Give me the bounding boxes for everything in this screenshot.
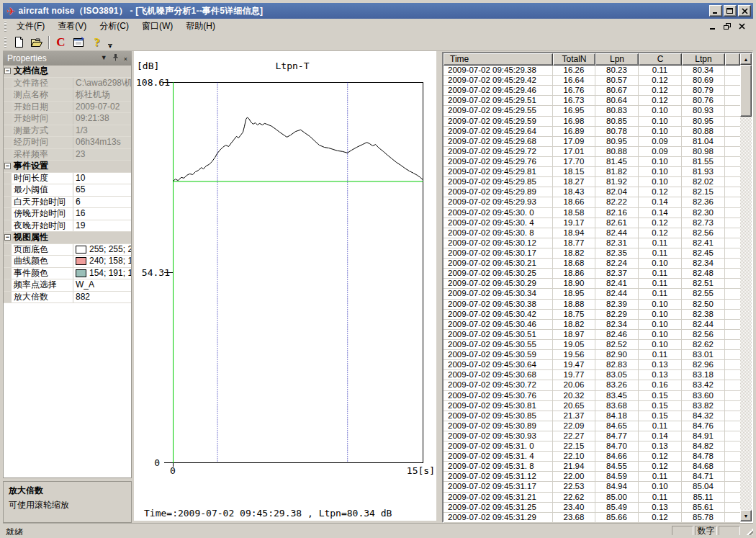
table-row[interactable]: 2009-07-02 09:45:31.25 23.40 85.49 0.13 …	[444, 503, 740, 513]
menu-item[interactable]: 帮助(H)	[179, 19, 222, 34]
property-row[interactable]: − 视图属性	[4, 232, 131, 244]
help-button[interactable]: ?	[89, 35, 105, 50]
menu-item[interactable]: 文件(F)	[10, 19, 51, 34]
table-row[interactable]: 2009-07-02 09:45:29.38 16.26 80.23 0.11 …	[444, 66, 740, 76]
property-row[interactable]: − 频率点选择 W_A	[4, 279, 131, 292]
table-row[interactable]: 2009-07-02 09:45:29.51 16.73 80.64 0.12 …	[444, 96, 740, 106]
table-row[interactable]: 2009-07-02 09:45:31.29 23.68 85.66 0.12 …	[444, 513, 740, 523]
title-bar[interactable]: ✈ aircraft noise（ISO3891） - [飞机噪声分析1--事件…	[3, 3, 753, 19]
table-row[interactable]: 2009-07-02 09:45:30.68 19.77 83.05 0.13 …	[444, 370, 740, 380]
table-row[interactable]: 2009-07-02 09:45:29.55 16.95 80.83 0.10 …	[444, 106, 740, 116]
table-row[interactable]: 2009-07-02 09:45:30.59 19.56 82.90 0.11 …	[444, 350, 740, 360]
property-row[interactable]: − 文档信息	[4, 66, 131, 78]
scroll-up-button[interactable]: ▲	[740, 53, 752, 65]
property-row[interactable]: − 事件颜色 154; 191; 18	[4, 268, 131, 280]
mdi-restore-button[interactable]	[724, 23, 732, 30]
table-row[interactable]: 2009-07-02 09:45:31. 8 21.94 84.55 0.12 …	[444, 462, 740, 472]
property-row[interactable]: − 最小阈值 65	[4, 184, 131, 197]
table-row[interactable]: 2009-07-02 09:45:29.81 18.15 81.82 0.10 …	[444, 167, 740, 177]
property-row[interactable]: − 测量方式 1/3	[4, 125, 131, 138]
table-row[interactable]: 2009-07-02 09:45:30.42 18.75 82.29 0.10 …	[444, 310, 740, 320]
table-row[interactable]: 2009-07-02 09:45:31. 0 22.15 84.70 0.13 …	[444, 441, 740, 452]
table-row[interactable]: 2009-07-02 09:45:29.68 17.09 80.95 0.09 …	[444, 137, 740, 147]
property-row[interactable]: − 白天开始时间 6	[4, 197, 131, 209]
table-row[interactable]: 2009-07-02 09:45:29.72 17.01 80.88 0.09 …	[444, 147, 740, 157]
maximize-button[interactable]	[724, 5, 737, 17]
mdi-close-button[interactable]	[739, 23, 746, 30]
property-row[interactable]: − 傍晚开始时间 16	[4, 208, 131, 220]
menu-drag-handle[interactable]	[4, 22, 6, 32]
scrollbar-thumb[interactable]	[740, 65, 752, 117]
mdi-minimize-button[interactable]	[709, 23, 716, 30]
menu-item[interactable]: 查看(V)	[51, 19, 93, 34]
table-row[interactable]: 2009-07-02 09:45:30.25 18.86 82.37 0.11 …	[444, 269, 740, 279]
properties-header[interactable]: Properties ▼ ×	[3, 51, 132, 65]
table-row[interactable]: 2009-07-02 09:45:30.89 22.09 84.65 0.11 …	[444, 421, 740, 431]
properties-close-button[interactable]: ×	[124, 54, 127, 63]
table-row[interactable]: 2009-07-02 09:45:30.64 19.47 82.83 0.13 …	[444, 360, 740, 370]
property-row[interactable]: − 时间长度 10	[4, 173, 131, 185]
table-row[interactable]: 2009-07-02 09:45:31.12 22.00 84.59 0.11 …	[444, 472, 740, 482]
scroll-down-button[interactable]: ▼	[740, 510, 752, 521]
table-row[interactable]: 2009-07-02 09:45:29.46 16.76 80.67 0.12 …	[444, 86, 740, 96]
property-row[interactable]: − 夜晚开始时间 19	[4, 220, 131, 233]
table-row[interactable]: 2009-07-02 09:45:30.38 18.88 82.39 0.10 …	[444, 300, 740, 310]
minimize-button[interactable]	[709, 5, 722, 17]
table-row[interactable]: 2009-07-02 09:45:30.55 19.05 82.52 0.10 …	[444, 340, 740, 350]
property-row[interactable]: − 页面底色 255; 255; 25	[4, 244, 131, 256]
table-row[interactable]: 2009-07-02 09:45:29.42 16.64 80.57 0.12 …	[444, 76, 740, 86]
column-header[interactable]: Ltpn	[682, 53, 725, 66]
table-row[interactable]: 2009-07-02 09:45:29.64 16.89 80.78 0.10 …	[444, 127, 740, 137]
table-row[interactable]: 2009-07-02 09:45:29.76 17.70 81.45 0.10 …	[444, 157, 740, 167]
table-row[interactable]: 2009-07-02 09:45:29.59 16.98 80.85 0.10 …	[444, 117, 740, 127]
new-document-button[interactable]	[11, 35, 27, 50]
property-row[interactable]: − 采样频率 23	[4, 149, 131, 161]
table-row[interactable]: 2009-07-02 09:45:30.72 20.06 83.26 0.16 …	[444, 380, 740, 390]
table-row[interactable]: 2009-07-02 09:45:31.17 22.53 84.94 0.10 …	[444, 482, 740, 492]
table-row[interactable]: 2009-07-02 09:45:29.85 18.27 81.92 0.10 …	[444, 177, 740, 187]
table-row[interactable]: 2009-07-02 09:45:30.85 21.37 84.18 0.15 …	[444, 411, 740, 421]
toolbar-overflow-button[interactable]: ▼	[106, 35, 114, 50]
column-header[interactable]: C	[639, 53, 682, 66]
property-row[interactable]: − 事件设置	[4, 161, 131, 173]
property-row[interactable]: − 文件路径 C:\awa6298\机场	[4, 78, 131, 90]
analysis-c-button[interactable]: C	[53, 35, 69, 50]
table-row[interactable]: 2009-07-02 09:45:31.21 22.62 85.00 0.11 …	[444, 493, 740, 503]
toolbar-drag-handle[interactable]	[4, 37, 6, 48]
right-splitter[interactable]	[436, 51, 442, 523]
property-row[interactable]: − 放大倍数 882	[4, 292, 131, 304]
close-button[interactable]	[738, 5, 751, 17]
table-row[interactable]: 2009-07-02 09:45:30.29 18.90 82.41 0.11 …	[444, 279, 740, 289]
table-row[interactable]: 2009-07-02 09:45:30. 8 18.94 82.44 0.12 …	[444, 228, 740, 238]
properties-button[interactable]	[71, 35, 87, 50]
column-header[interactable]	[725, 53, 740, 66]
table-row[interactable]: 2009-07-02 09:45:30.93 22.27 84.77 0.14 …	[444, 431, 740, 441]
table-row[interactable]: 2009-07-02 09:45:30.21 18.68 82.24 0.10 …	[444, 259, 740, 269]
menu-item[interactable]: 分析(C)	[93, 19, 135, 34]
column-header[interactable]: Time	[444, 53, 553, 66]
open-folder-button[interactable]	[29, 35, 45, 50]
column-header[interactable]: TotalN	[553, 53, 595, 66]
table-row[interactable]: 2009-07-02 09:45:30.12 18.77 82.31 0.11 …	[444, 238, 740, 248]
table-row[interactable]: 2009-07-02 09:45:30.81 20.65 83.68 0.15 …	[444, 401, 740, 411]
chart-panel[interactable]: [dB] Ltpn-T 108.61 54.31 0 0 15[s] Time=…	[134, 51, 436, 521]
table-row[interactable]: 2009-07-02 09:45:31. 4 22.10 84.66 0.12 …	[444, 452, 740, 462]
table-row[interactable]: 2009-07-02 09:45:30.46 18.82 82.34 0.10 …	[444, 320, 740, 330]
table-row[interactable]: 2009-07-02 09:45:30.17 18.82 82.35 0.11 …	[444, 248, 740, 259]
properties-pin-button[interactable]	[112, 53, 119, 63]
table-row[interactable]: 2009-07-02 09:45:29.93 18.66 82.22 0.14 …	[444, 197, 740, 207]
table-row[interactable]: 2009-07-02 09:45:30.51 18.97 82.46 0.10 …	[444, 330, 740, 340]
properties-dropdown-button[interactable]: ▼	[101, 55, 107, 61]
property-row[interactable]: − 开始日期 2009-07-02	[4, 102, 131, 114]
vertical-scrollbar[interactable]: ▲ ▼	[740, 53, 752, 521]
table-row[interactable]: 2009-07-02 09:45:30. 4 19.17 82.61 0.12 …	[444, 218, 740, 228]
table-row[interactable]: 2009-07-02 09:45:30.76 20.32 83.45 0.15 …	[444, 391, 740, 401]
property-row[interactable]: − 开始时间 09:21:38	[4, 113, 131, 125]
table-row[interactable]: 2009-07-02 09:45:29.89 18.43 82.04 0.12 …	[444, 187, 740, 197]
property-row[interactable]: − 曲线颜色 240; 158; 15	[4, 256, 131, 268]
column-header[interactable]: Lpn	[595, 53, 639, 66]
property-row[interactable]: − 经历时间 06h34m13s	[4, 137, 131, 149]
table-row[interactable]: 2009-07-02 09:45:30.34 18.95 82.44 0.11 …	[444, 289, 740, 299]
table-row[interactable]: 2009-07-02 09:45:30. 0 18.58 82.16 0.14 …	[444, 208, 740, 218]
property-row[interactable]: − 测点名称 栎社机场	[4, 89, 131, 102]
